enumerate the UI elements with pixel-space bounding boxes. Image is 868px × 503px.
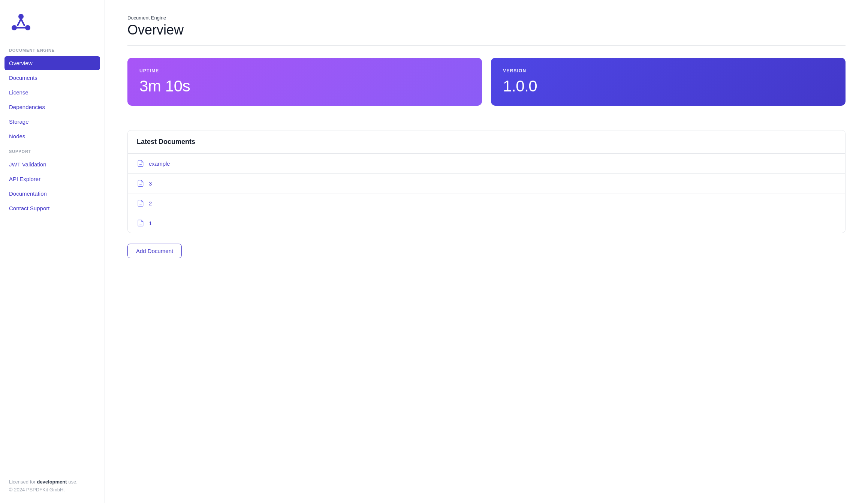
version-label: VERSION <box>503 68 834 73</box>
footer-license-bold: development <box>37 479 67 485</box>
header-divider <box>127 45 846 46</box>
sidebar-nav-support: JWT Validation API Explorer Documentatio… <box>0 157 105 215</box>
sidebar-section-label-document-engine: Document Engine <box>0 48 105 56</box>
latest-documents-section: Latest Documents example 3 2 <box>127 130 846 233</box>
sidebar-item-jwt-validation[interactable]: JWT Validation <box>4 157 100 171</box>
sidebar-section-label-support: Support <box>0 149 105 157</box>
sidebar-item-nodes[interactable]: Nodes <box>4 129 100 143</box>
uptime-value: 3m 10s <box>139 77 470 95</box>
version-value: 1.0.0 <box>503 77 834 95</box>
document-icon <box>137 160 144 167</box>
footer-copyright: © 2024 PSPDFKit GmbH. <box>9 487 65 493</box>
document-icon <box>137 219 144 227</box>
logo <box>0 0 105 48</box>
document-row-3[interactable]: 3 <box>128 174 845 193</box>
page-title: Overview <box>127 22 846 38</box>
document-row-example[interactable]: example <box>128 154 845 174</box>
document-name-2: 2 <box>149 200 152 207</box>
sidebar-item-license[interactable]: License <box>4 85 100 99</box>
sidebar-item-storage[interactable]: Storage <box>4 115 100 129</box>
document-row-1[interactable]: 1 <box>128 213 845 233</box>
footer-license-text: Licensed for development use. <box>9 479 78 485</box>
stats-row: UPTIME 3m 10s VERSION 1.0.0 <box>127 58 846 106</box>
document-icon <box>137 199 144 207</box>
page-subtitle: Document Engine <box>127 15 846 21</box>
svg-point-2 <box>25 25 30 30</box>
stat-card-version: VERSION 1.0.0 <box>491 58 846 106</box>
uptime-label: UPTIME <box>139 68 470 73</box>
pspdfkit-logo-icon <box>9 10 33 34</box>
stats-divider <box>127 118 846 118</box>
svg-line-3 <box>18 19 21 25</box>
sidebar-section-document-engine: Document Engine Overview Documents Licen… <box>0 48 105 149</box>
sidebar-item-documentation[interactable]: Documentation <box>4 187 100 201</box>
sidebar-item-dependencies[interactable]: Dependencies <box>4 100 100 114</box>
sidebar-item-overview[interactable]: Overview <box>4 56 100 70</box>
stat-card-uptime: UPTIME 3m 10s <box>127 58 482 106</box>
documents-section-title: Latest Documents <box>128 130 845 154</box>
svg-point-1 <box>12 25 17 30</box>
document-name-example: example <box>149 160 170 167</box>
sidebar: Document Engine Overview Documents Licen… <box>0 0 105 503</box>
svg-line-4 <box>21 19 24 25</box>
sidebar-item-api-explorer[interactable]: API Explorer <box>4 172 100 186</box>
add-document-button[interactable]: Add Document <box>127 244 182 258</box>
sidebar-nav-document-engine: Overview Documents License Dependencies … <box>0 56 105 143</box>
document-row-2[interactable]: 2 <box>128 193 845 213</box>
main-content: Document Engine Overview UPTIME 3m 10s V… <box>105 0 868 503</box>
document-name-1: 1 <box>149 220 152 226</box>
sidebar-item-documents[interactable]: Documents <box>4 71 100 85</box>
document-name-3: 3 <box>149 180 152 187</box>
page-header: Document Engine Overview <box>127 15 846 46</box>
sidebar-section-support: Support JWT Validation API Explorer Docu… <box>0 149 105 221</box>
document-icon <box>137 180 144 187</box>
sidebar-item-contact-support[interactable]: Contact Support <box>4 201 100 215</box>
sidebar-footer: Licensed for development use. © 2024 PSP… <box>0 469 105 503</box>
